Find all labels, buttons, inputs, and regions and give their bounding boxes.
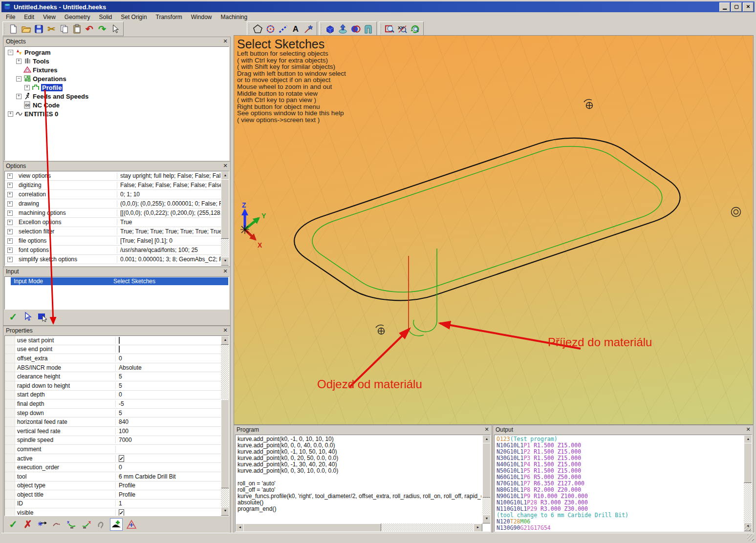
zoom-xy-icon[interactable]: XY [396, 22, 409, 35]
start-point-icon[interactable]: x [66, 519, 78, 530]
expand-box-icon[interactable]: + [7, 257, 13, 262]
tree-item-profile[interactable]: +Profile [5, 83, 229, 92]
expand-box-icon[interactable]: + [24, 85, 30, 90]
options-row[interactable]: +machining options[[(0,0,0); (0,0,222); … [5, 209, 221, 218]
expand-box-icon[interactable]: + [8, 111, 13, 117]
checkbox-unchecked[interactable] [119, 337, 120, 344]
property-row[interactable]: start depth0 [5, 391, 221, 400]
property-row[interactable]: active✓ [5, 454, 221, 463]
maximize-button[interactable]: ▢ [731, 2, 742, 12]
property-value[interactable]: 0 [116, 391, 221, 398]
input-close-icon[interactable]: ✕ [222, 268, 229, 275]
cut-icon[interactable]: ✂ [45, 22, 58, 35]
menu-set-origin[interactable]: Set Origin [116, 13, 151, 21]
properties-close-icon[interactable]: ✕ [222, 327, 229, 334]
expand-box-icon[interactable]: + [16, 94, 22, 99]
objects-tree[interactable]: −Program+ToolsFixtures−Operations+Profil… [4, 46, 229, 161]
window-resize-grip[interactable] [747, 534, 754, 541]
pocket-icon[interactable] [362, 22, 374, 35]
apply-icon[interactable]: ✓ [7, 519, 19, 530]
options-row[interactable]: +Excellon optionsTrue [5, 218, 221, 227]
property-value[interactable]: 0 [116, 464, 221, 471]
options-row[interactable]: +selection filterTrue; True; True; True;… [5, 227, 221, 236]
property-row[interactable]: ABS/INCR modeAbsolute [5, 363, 221, 373]
property-row[interactable]: object titleProfile [5, 490, 221, 500]
options-row[interactable]: +font options/usr/share/qcad/fonts; 100;… [5, 246, 221, 255]
property-value[interactable]: 7000 [116, 437, 221, 443]
undo-icon[interactable]: ↶ [83, 22, 96, 35]
tree-item-nc-code[interactable]: G0NC Code [5, 101, 229, 109]
open-file-icon[interactable] [20, 22, 32, 35]
checkbox-checked[interactable]: ✓ [119, 509, 124, 516]
tree-item-fixtures[interactable]: Fixtures [5, 65, 229, 74]
select-cursor-icon[interactable] [22, 311, 34, 323]
checkbox-unchecked[interactable] [119, 346, 120, 353]
program-close-icon[interactable]: ✕ [483, 426, 490, 433]
property-row[interactable]: vertical feed rate100 [5, 427, 221, 436]
options-row[interactable]: +simplify sketch options0.001; 0.000001;… [5, 255, 221, 264]
property-value[interactable]: Absolute [116, 364, 221, 371]
property-value[interactable]: 0 [116, 355, 221, 362]
tree-item-feeds-and-speeds[interactable]: +Feeds and Speeds [5, 92, 229, 101]
menu-machining[interactable]: Machining [216, 13, 252, 21]
menu-transform[interactable]: Transform [151, 13, 187, 21]
zoom-rotate-icon[interactable] [409, 22, 421, 35]
options-row[interactable]: +file options[True; False] [0.1]; 0 [5, 236, 221, 246]
option-value[interactable]: 0; 1; 10 [117, 191, 221, 198]
pick-curve-icon[interactable] [51, 519, 63, 530]
property-row[interactable]: use start point [5, 336, 221, 345]
sketch-polygon-icon[interactable] [251, 22, 264, 35]
expand-box-icon[interactable]: + [7, 238, 13, 244]
expand-box-icon[interactable]: + [7, 220, 13, 225]
expand-box-icon[interactable]: + [7, 183, 13, 188]
output-close-icon[interactable]: ✕ [745, 426, 752, 433]
property-value[interactable] [116, 346, 221, 353]
property-value[interactable]: ✓ [116, 509, 221, 516]
output-gcode[interactable]: O123(Test program)N10G10L1P1 R1.500 Z15.… [497, 436, 743, 530]
resize-grip[interactable] [744, 524, 751, 531]
sketch-curl-icon[interactable] [95, 519, 107, 530]
sketch-points-icon[interactable] [264, 22, 277, 35]
tree-item-program[interactable]: −Program [5, 48, 229, 57]
zoom-window-icon[interactable] [383, 22, 396, 35]
menu-solid[interactable]: Solid [95, 13, 117, 21]
magic-wand-icon[interactable] [302, 22, 315, 35]
sketch-line-icon[interactable] [277, 22, 289, 35]
checkbox-checked[interactable]: ✓ [119, 455, 124, 462]
tree-item-operations[interactable]: −Operations [5, 74, 229, 83]
menu-view[interactable]: View [39, 13, 60, 21]
sketch-outline[interactable] [270, 126, 704, 312]
options-row[interactable]: +correlation0; 1; 10 [5, 190, 221, 199]
extrude-icon[interactable] [336, 22, 349, 35]
cancel-icon[interactable]: ✗ [22, 519, 34, 530]
viewport-3d[interactable]: Z Y X Select Sketches Left button for se… [234, 35, 754, 425]
minimize-button[interactable]: ▁ [719, 2, 730, 12]
titlebar[interactable]: Untitled.heeks - Untitled.heeks ▁ ▢ ✕ [1, 1, 755, 12]
expand-box-icon[interactable]: + [7, 173, 13, 179]
property-value[interactable]: -5 [116, 400, 221, 407]
end-point-icon[interactable]: x [81, 519, 92, 530]
property-value[interactable]: 5 [116, 410, 221, 417]
property-value[interactable]: ✓ [116, 455, 221, 462]
collapse-box-icon[interactable]: − [8, 50, 13, 55]
objects-close-icon[interactable]: ✕ [222, 38, 229, 45]
expand-box-icon[interactable]: + [16, 59, 22, 64]
options-row[interactable]: +digitizingFalse; False; False; False; F… [5, 181, 221, 190]
options-close-icon[interactable]: ✕ [222, 163, 229, 169]
property-value[interactable]: Profile [116, 482, 221, 489]
expand-box-icon[interactable]: + [7, 248, 13, 253]
expand-box-icon[interactable]: + [7, 192, 13, 197]
property-row[interactable]: comment [5, 445, 221, 454]
property-value[interactable] [116, 337, 221, 344]
output-vscrollbar[interactable]: ▲ ▼ [744, 435, 752, 531]
options-scrollbar[interactable]: ▲ ▼ [221, 171, 229, 266]
menu-file[interactable]: File [1, 13, 20, 21]
property-row[interactable]: offset_extra0 [5, 354, 221, 363]
scroll-down-icon[interactable]: ▼ [221, 507, 229, 516]
add-material-icon[interactable] [110, 518, 123, 531]
input-mode-row[interactable]: Input Mode Select Sketches [11, 277, 228, 285]
select-mode-icon[interactable] [108, 22, 121, 35]
program-hscrollbar[interactable]: ◄ ► [236, 523, 482, 531]
option-value[interactable]: /usr/share/qcad/fonts; 100; 25 [117, 247, 221, 253]
property-row[interactable]: ID1 [5, 500, 221, 509]
